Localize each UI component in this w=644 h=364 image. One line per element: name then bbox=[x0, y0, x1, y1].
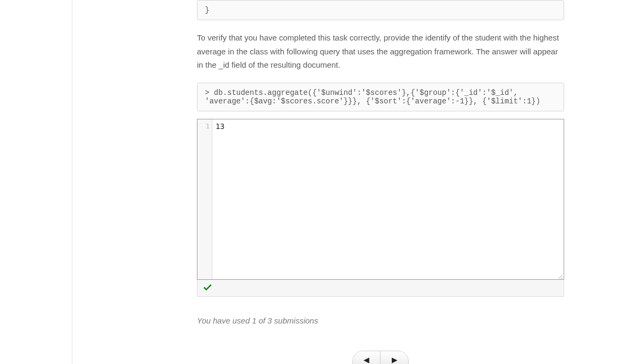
editor-gutter: 1 bbox=[197, 119, 212, 279]
status-bar bbox=[197, 280, 564, 297]
editor-body[interactable]: 13 bbox=[212, 119, 564, 279]
instructions-text: To verify that you have completed this t… bbox=[197, 31, 564, 72]
triangle-right-icon: ▶ bbox=[392, 355, 398, 364]
checkmark-icon bbox=[202, 282, 212, 293]
resize-handle-icon bbox=[556, 272, 564, 279]
prev-button[interactable]: ◀ bbox=[353, 351, 381, 365]
code-block-query: > db.students.aggregate({'$unwind':'$sco… bbox=[197, 83, 564, 111]
answer-editor[interactable]: 1 13 bbox=[197, 119, 564, 280]
triangle-left-icon: ◀ bbox=[364, 355, 369, 364]
submissions-text: You have used 1 of 3 submissions bbox=[197, 316, 564, 325]
editor-content: 13 bbox=[216, 122, 225, 131]
code-block-top: } bbox=[197, 0, 564, 20]
nav-buttons: ◀ ▶ bbox=[197, 351, 564, 365]
code-top-text: } bbox=[205, 6, 209, 14]
page-root: } To verify that you have completed this… bbox=[0, 0, 644, 364]
line-number: 1 bbox=[200, 122, 210, 130]
sidebar-divider bbox=[72, 0, 72, 364]
nav-pill: ◀ ▶ bbox=[352, 351, 409, 365]
main-content: } To verify that you have completed this… bbox=[197, 0, 564, 364]
next-button[interactable]: ▶ bbox=[381, 351, 408, 365]
